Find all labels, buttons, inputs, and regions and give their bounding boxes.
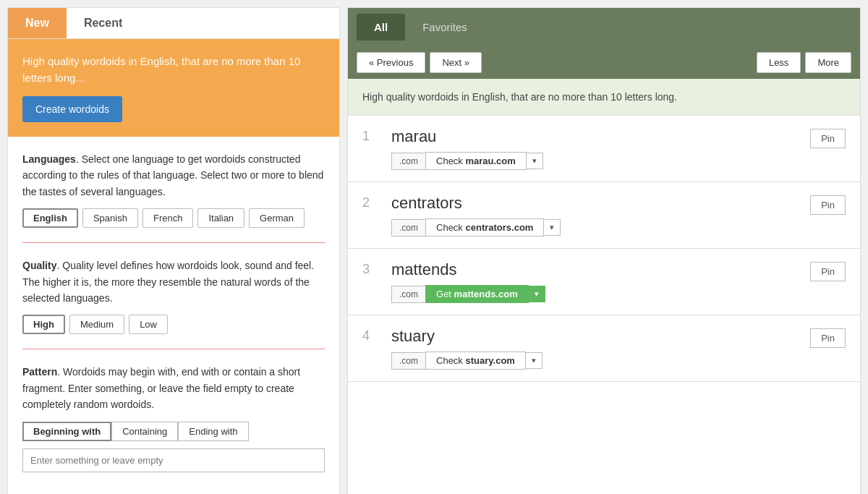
app-container: New Recent High quality wordoids in Engl… bbox=[7, 7, 861, 494]
result-item: 2centrators.comCheck centrators.com▾Pin bbox=[348, 182, 860, 249]
quality-heading: Quality bbox=[22, 260, 56, 271]
orange-section: High quality wordoids in English, that a… bbox=[8, 39, 339, 137]
pattern-desc-text: . Wordoids may begin with, end with or c… bbox=[22, 366, 300, 410]
left-content: Languages. Select one language to get wo… bbox=[8, 137, 339, 494]
pagination-left: « Previous Next » bbox=[357, 52, 482, 73]
create-wordoids-button[interactable]: Create wordoids bbox=[22, 96, 122, 122]
pill-spanish[interactable]: Spanish bbox=[82, 208, 138, 228]
pattern-input[interactable] bbox=[22, 448, 325, 472]
pill-low[interactable]: Low bbox=[129, 315, 168, 334]
orange-description: High quality wordoids in English, that a… bbox=[22, 54, 325, 86]
result-word: marau bbox=[391, 127, 799, 146]
pattern-tab-containing[interactable]: Containing bbox=[111, 422, 178, 441]
result-number: 4 bbox=[362, 328, 380, 344]
result-number: 2 bbox=[362, 195, 380, 210]
pattern-tabs: Beginning with Containing Ending with bbox=[22, 422, 325, 441]
domain-dropdown-arrow[interactable]: ▾ bbox=[527, 153, 543, 169]
language-pills: English Spanish French Italian German bbox=[22, 208, 325, 228]
result-number: 3 bbox=[362, 262, 380, 277]
next-button[interactable]: Next » bbox=[430, 52, 482, 73]
pin-button[interactable]: Pin bbox=[810, 328, 846, 348]
domain-ext: .com bbox=[391, 352, 425, 370]
right-tabs-bar: All Favorites bbox=[348, 8, 860, 46]
result-item: 1marau.comCheck marau.com▾Pin bbox=[348, 116, 860, 182]
left-tabs: New Recent bbox=[8, 8, 339, 39]
quality-section: Quality. Quality level defines how wordo… bbox=[22, 257, 325, 349]
previous-button[interactable]: « Previous bbox=[357, 52, 425, 73]
tab-favorites[interactable]: Favorites bbox=[405, 14, 485, 41]
domain-row: .comCheck marau.com▾ bbox=[391, 152, 799, 170]
domain-row: .comGet mattends.com▾ bbox=[391, 285, 799, 303]
pill-german[interactable]: German bbox=[249, 208, 305, 228]
pin-button[interactable]: Pin bbox=[810, 129, 846, 148]
pill-high[interactable]: High bbox=[22, 315, 65, 334]
languages-description: Languages. Select one language to get wo… bbox=[22, 151, 325, 200]
right-panel: All Favorites « Previous Next » Less Mor… bbox=[347, 7, 861, 494]
domain-check-button[interactable]: Check marau.com bbox=[425, 152, 527, 170]
results-description: High quality wordoids in English, that a… bbox=[348, 79, 860, 116]
pin-button[interactable]: Pin bbox=[810, 262, 846, 281]
pattern-description: Pattern. Wordoids may begin with, end wi… bbox=[22, 364, 325, 412]
pattern-tab-ending[interactable]: Ending with bbox=[178, 422, 248, 441]
pill-english[interactable]: English bbox=[22, 208, 78, 228]
tab-recent[interactable]: Recent bbox=[67, 8, 140, 38]
result-word: mattends bbox=[391, 260, 799, 279]
domain-ext: .com bbox=[391, 219, 425, 237]
domain-check-button[interactable]: Check stuary.com bbox=[425, 352, 526, 370]
languages-section: Languages. Select one language to get wo… bbox=[22, 151, 325, 243]
result-word: centrators bbox=[391, 194, 799, 213]
domain-ext: .com bbox=[391, 286, 425, 303]
result-content: mattends.comGet mattends.com▾ bbox=[391, 260, 799, 303]
pill-french[interactable]: French bbox=[142, 208, 193, 228]
domain-dropdown-arrow[interactable]: ▾ bbox=[526, 352, 542, 369]
quality-description: Quality. Quality level defines how wordo… bbox=[22, 257, 325, 306]
tab-new[interactable]: New bbox=[8, 8, 67, 38]
pagination-bar: « Previous Next » Less More bbox=[348, 46, 860, 79]
pattern-tab-beginning[interactable]: Beginning with bbox=[22, 422, 111, 441]
result-number: 1 bbox=[362, 129, 380, 144]
domain-row: .comCheck stuary.com▾ bbox=[391, 352, 799, 370]
pin-button[interactable]: Pin bbox=[810, 195, 846, 215]
quality-pills: High Medium Low bbox=[22, 315, 325, 334]
result-content: stuary.comCheck stuary.com▾ bbox=[391, 327, 799, 370]
domain-row: .comCheck centrators.com▾ bbox=[391, 218, 799, 237]
pill-medium[interactable]: Medium bbox=[69, 315, 124, 334]
pill-italian[interactable]: Italian bbox=[197, 208, 244, 228]
pattern-heading: Pattern bbox=[22, 366, 57, 378]
domain-dropdown-arrow[interactable]: ▾ bbox=[529, 286, 545, 302]
quality-desc-text: . Quality level defines how wordoids loo… bbox=[22, 260, 314, 304]
domain-check-button[interactable]: Check centrators.com bbox=[425, 218, 544, 237]
domain-dropdown-arrow[interactable]: ▾ bbox=[544, 219, 561, 236]
pagination-right: Less More bbox=[757, 52, 851, 73]
result-word: stuary bbox=[391, 327, 799, 346]
languages-heading: Languages bbox=[22, 153, 76, 165]
result-content: centrators.comCheck centrators.com▾ bbox=[391, 194, 799, 237]
left-panel: New Recent High quality wordoids in Engl… bbox=[7, 7, 340, 494]
more-button[interactable]: More bbox=[805, 52, 851, 73]
results-list: 1marau.comCheck marau.com▾Pin2centrators… bbox=[348, 116, 860, 382]
domain-check-button[interactable]: Get mattends.com bbox=[425, 285, 529, 303]
domain-ext: .com bbox=[391, 153, 425, 170]
result-item: 3mattends.comGet mattends.com▾Pin bbox=[348, 249, 860, 315]
less-button[interactable]: Less bbox=[757, 52, 801, 73]
tab-all[interactable]: All bbox=[357, 14, 405, 41]
result-item: 4stuary.comCheck stuary.com▾Pin bbox=[348, 315, 860, 382]
pattern-section: Pattern. Wordoids may begin with, end wi… bbox=[22, 364, 325, 486]
result-content: marau.comCheck marau.com▾ bbox=[391, 127, 799, 170]
